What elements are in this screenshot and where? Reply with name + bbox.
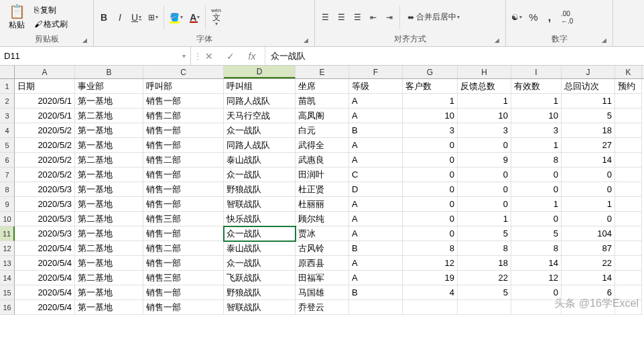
cell[interactable]: 马国雄: [296, 285, 349, 300]
cell[interactable]: 第一基地: [75, 123, 143, 138]
cell[interactable]: 0: [562, 182, 615, 197]
underline-button[interactable]: U▾: [129, 10, 144, 25]
cell[interactable]: 杜正贤: [296, 182, 349, 197]
number-dialog-launcher[interactable]: ◢: [599, 36, 608, 45]
row-header[interactable]: 15: [0, 285, 15, 300]
row-header[interactable]: 1: [0, 79, 15, 94]
row-header[interactable]: 12: [0, 241, 15, 256]
column-header-F[interactable]: F: [349, 66, 403, 78]
cell[interactable]: 0: [562, 212, 615, 226]
cell[interactable]: 2020/5/2: [15, 123, 75, 138]
cell[interactable]: 6: [562, 285, 615, 300]
row-header[interactable]: 2: [0, 94, 15, 109]
row-header[interactable]: 9: [0, 197, 15, 212]
cell[interactable]: [615, 271, 642, 285]
cell[interactable]: A: [349, 153, 403, 167]
cell[interactable]: 2020/5/2: [15, 138, 75, 153]
cell[interactable]: 原西县: [296, 256, 349, 271]
cell[interactable]: 11: [562, 94, 615, 109]
cell[interactable]: 武惠良: [296, 153, 349, 167]
cell[interactable]: 快乐战队: [224, 212, 296, 226]
cell[interactable]: 第二基地: [75, 271, 143, 285]
header-cell[interactable]: 呼叫部: [143, 79, 224, 94]
cell[interactable]: 0: [458, 182, 511, 197]
row-header[interactable]: 14: [0, 271, 15, 285]
italic-button[interactable]: I: [113, 10, 127, 25]
cell[interactable]: 0: [458, 197, 511, 212]
column-header-I[interactable]: I: [511, 66, 562, 78]
cell[interactable]: A: [349, 109, 403, 123]
cell[interactable]: B: [349, 123, 403, 138]
cell[interactable]: A: [349, 212, 403, 226]
column-header-J[interactable]: J: [562, 66, 615, 78]
cell[interactable]: [615, 182, 642, 197]
cell[interactable]: 87: [562, 241, 615, 256]
formula-input[interactable]: [265, 47, 644, 65]
cell[interactable]: 古风铃: [296, 241, 349, 256]
row-header[interactable]: 11: [0, 226, 15, 241]
cell[interactable]: [615, 197, 642, 212]
column-header-E[interactable]: E: [296, 66, 349, 78]
cell[interactable]: 8: [511, 153, 562, 167]
cell[interactable]: 田润叶: [296, 167, 349, 182]
cell[interactable]: 2020/5/1: [15, 94, 75, 109]
cell[interactable]: 2020/5/4: [15, 285, 75, 300]
cell[interactable]: B: [349, 241, 403, 256]
cell[interactable]: 0: [403, 226, 458, 241]
row-header[interactable]: 4: [0, 123, 15, 138]
cell[interactable]: 12: [403, 256, 458, 271]
cell[interactable]: 0: [403, 138, 458, 153]
cell[interactable]: 第一基地: [75, 182, 143, 197]
align-center-button[interactable]: ☰: [334, 10, 348, 25]
cell[interactable]: 0: [403, 167, 458, 182]
cell[interactable]: 众一战队: [224, 123, 296, 138]
cell[interactable]: [615, 94, 642, 109]
cell[interactable]: [615, 226, 642, 241]
name-box-dropdown[interactable]: ▾: [177, 52, 190, 60]
cell[interactable]: [349, 300, 403, 315]
font-dialog-launcher[interactable]: ◢: [301, 36, 310, 45]
cell[interactable]: 第一基地: [75, 94, 143, 109]
fx-button[interactable]: fx: [242, 48, 262, 64]
column-header-A[interactable]: A: [15, 66, 75, 78]
cell[interactable]: [403, 300, 458, 315]
cell[interactable]: 武得全: [296, 138, 349, 153]
comma-button[interactable]: ,: [542, 10, 557, 25]
cell[interactable]: 销售一部: [143, 182, 224, 197]
cell[interactable]: 田福军: [296, 271, 349, 285]
format-painter-button[interactable]: 🖌 格式刷: [32, 17, 70, 31]
fill-color-button[interactable]: 🪣▾: [167, 10, 186, 25]
cell[interactable]: [511, 300, 562, 315]
cell[interactable]: 同路人战队: [224, 138, 296, 153]
paste-button[interactable]: 📋 粘贴: [3, 2, 31, 33]
header-cell[interactable]: 日期: [15, 79, 75, 94]
alignment-dialog-launcher[interactable]: ◢: [492, 36, 501, 45]
cell[interactable]: 飞跃战队: [224, 271, 296, 285]
cell[interactable]: 12: [511, 271, 562, 285]
font-color-button[interactable]: A▾: [187, 10, 202, 25]
cell[interactable]: 2020/5/4: [15, 271, 75, 285]
row-header[interactable]: 7: [0, 167, 15, 182]
cell[interactable]: 同路人战队: [224, 94, 296, 109]
cell[interactable]: 0: [403, 212, 458, 226]
cell[interactable]: 2020/5/3: [15, 197, 75, 212]
cell[interactable]: 泰山战队: [224, 153, 296, 167]
cell[interactable]: A: [349, 271, 403, 285]
cell[interactable]: 1: [403, 94, 458, 109]
cell[interactable]: 19: [403, 271, 458, 285]
enter-button[interactable]: ✓: [220, 48, 241, 64]
copy-button[interactable]: ⎘ 复制: [32, 3, 70, 17]
cell[interactable]: 销售三部: [143, 212, 224, 226]
cell[interactable]: 0: [403, 153, 458, 167]
cell[interactable]: 杜丽丽: [296, 197, 349, 212]
cell[interactable]: 1: [562, 197, 615, 212]
cell[interactable]: 高凤阁: [296, 109, 349, 123]
cell[interactable]: 0: [562, 167, 615, 182]
cell[interactable]: 0: [458, 167, 511, 182]
cell[interactable]: 2020/5/1: [15, 109, 75, 123]
bold-button[interactable]: B: [96, 10, 111, 25]
cell[interactable]: [615, 138, 642, 153]
column-header-B[interactable]: B: [75, 66, 143, 78]
cell[interactable]: D: [349, 182, 403, 197]
cell[interactable]: 14: [511, 256, 562, 271]
